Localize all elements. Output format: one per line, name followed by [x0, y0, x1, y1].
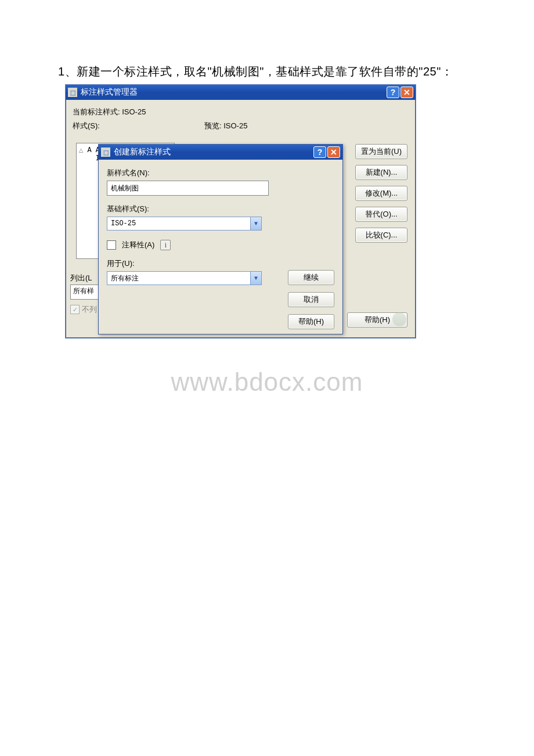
watermark-badge-icon	[392, 312, 406, 326]
cancel-button[interactable]: 取消	[288, 292, 334, 307]
chevron-down-icon[interactable]: ▼	[250, 272, 261, 285]
dimstyle-manager-window: ⬚ 标注样式管理器 ? ✕ 当前标注样式: ISO-25 样式(S): 预览: …	[65, 84, 416, 339]
checkbox-icon: ✓	[70, 305, 80, 314]
new-name-label: 新样式名(N):	[107, 168, 334, 178]
set-current-button[interactable]: 置为当前(U)	[355, 144, 407, 159]
inner-title: 创建新标注样式	[114, 147, 171, 157]
current-style-label: 当前标注样式: ISO-25	[73, 107, 146, 117]
watermark-text: www.bdocx.com	[58, 368, 476, 397]
new-button[interactable]: 新建(N)...	[355, 165, 407, 180]
use-for-combo[interactable]: 所有标注 ▼	[107, 271, 262, 285]
create-new-style-dialog: ⬚ 创建新标注样式 ? ✕ 新样式名(N): 基础样式(S): ISO-25	[98, 144, 343, 334]
preview-label: 预览: ISO-25	[204, 121, 247, 131]
modify-button[interactable]: 修改(M)...	[355, 186, 407, 201]
annotative-checkbox[interactable]	[107, 240, 116, 250]
manager-titlebar: ⬚ 标注样式管理器 ? ✕	[66, 85, 416, 100]
new-name-input[interactable]	[107, 181, 269, 196]
help-icon[interactable]: ?	[313, 146, 326, 158]
close-icon[interactable]: ✕	[327, 146, 340, 158]
compare-button[interactable]: 比较(C)...	[355, 228, 407, 243]
instruction-text: 1、新建一个标注样式，取名"机械制图"，基础样式是靠了软件自带的"25"：	[58, 64, 476, 80]
chevron-down-icon[interactable]: ▼	[250, 217, 261, 230]
inner-titlebar: ⬚ 创建新标注样式 ? ✕	[99, 145, 342, 160]
inner-help-button[interactable]: 帮助(H)	[288, 314, 334, 329]
help-icon[interactable]: ?	[387, 87, 399, 98]
app-icon: ⬚	[101, 147, 110, 157]
close-icon[interactable]: ✕	[400, 87, 413, 98]
info-icon[interactable]: i	[160, 240, 171, 250]
app-icon: ⬚	[68, 88, 77, 97]
use-for-label: 用于(U):	[107, 258, 334, 269]
base-style-combo[interactable]: ISO-25 ▼	[107, 217, 262, 231]
no-list-checkbox[interactable]: ✓ 不列	[70, 304, 97, 315]
continue-button[interactable]: 继续	[288, 270, 334, 285]
styles-label: 样式(S):	[73, 121, 100, 131]
manager-title: 标注样式管理器	[81, 87, 138, 98]
list-filter-label: 列出(L	[70, 273, 92, 283]
override-button[interactable]: 替代(O)...	[355, 207, 407, 222]
annotative-label: 注释性(A)	[122, 240, 154, 250]
base-style-label: 基础样式(S):	[107, 204, 334, 214]
